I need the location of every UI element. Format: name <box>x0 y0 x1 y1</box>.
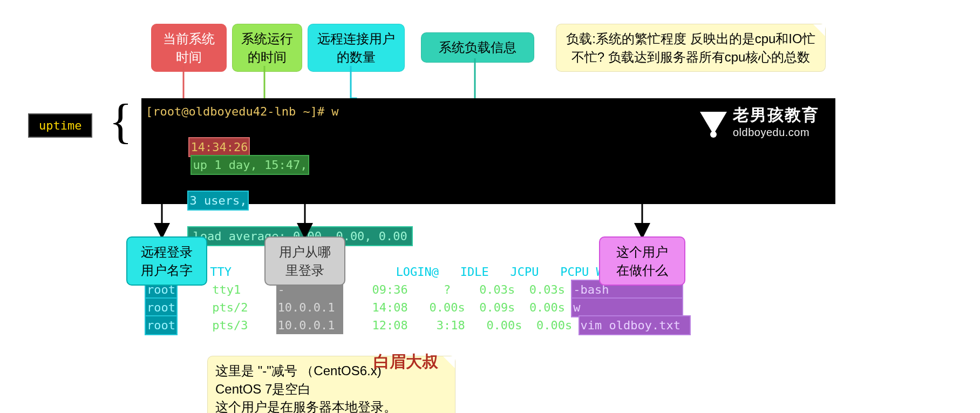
callout-username: 远程登录 用户名字 <box>126 236 207 286</box>
hl-uptime: up 1 day, 15:47, <box>192 156 308 174</box>
hl-users: 3 users, <box>188 192 248 209</box>
diagram-root: uptime { 当前系统 时间 系统运行 的时间 远程连接用户 的数量 系统负… <box>0 0 980 413</box>
logo-en: oldboyedu.com <box>733 124 819 141</box>
logo: 老男孩教育 oldboyedu.com <box>697 106 819 141</box>
terminal-prompt: [root@oldboyedu42-lnb ~]# w <box>146 105 339 118</box>
svg-point-3 <box>710 131 717 138</box>
uptime-text: uptime <box>39 119 81 132</box>
watermark: 白眉大叔 <box>373 351 438 373</box>
terminal-window: [root@oldboyedu42-lnb ~]# w 14:34:26 up … <box>141 98 835 204</box>
table-header: USER TTY FROM LOGIN@ IDLE JCPU PCPU WHAT <box>146 263 831 281</box>
logo-cn: 老男孩教育 <box>733 106 819 124</box>
hl-time: 14:34:26 <box>189 138 249 156</box>
callout-load-info: 系统负载信息 <box>421 32 534 63</box>
uptime-label: uptime <box>28 113 92 138</box>
table-row: root tty1 - 09:36 ? 0.03s 0.03s -bash <box>146 281 831 299</box>
callout-current-time: 当前系统 时间 <box>151 24 227 72</box>
note-load-explain: 负载:系统的繁忙程度 反映出的是cpu和IO忙不忙? 负载达到服务器所有cpu核… <box>556 24 826 72</box>
callout-what: 这个用户 在做什么 <box>599 236 685 286</box>
callout-from: 用户从哪 里登录 <box>264 236 345 286</box>
callout-user-count: 远程连接用户 的数量 <box>308 24 405 72</box>
callout-system-uptime: 系统运行 的时间 <box>232 24 302 72</box>
brace-icon: { <box>109 97 132 146</box>
table-row: root pts/3 10.0.0.1 12:08 3:18 0.00s 0.0… <box>146 316 831 334</box>
table-row: root pts/2 10.0.0.1 14:08 0.00s 0.09s 0.… <box>146 299 831 316</box>
logo-icon <box>697 107 730 140</box>
